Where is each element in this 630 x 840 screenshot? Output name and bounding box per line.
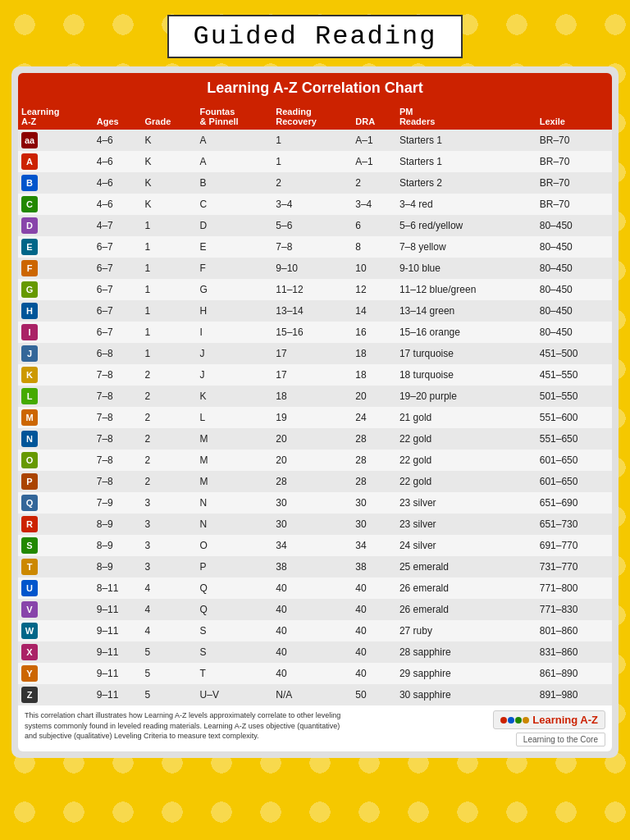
cell-rr: 11–12 [272,279,352,300]
cell-ages: 9–11 [94,684,142,705]
cell-fp: Q [197,599,273,620]
table-row: S8–93O343424 silver691–770 [18,535,612,556]
cell-grade: 1 [142,300,197,322]
cell-rr: 38 [272,556,352,578]
table-row: L7–82K182019–20 purple501–550 [18,386,612,407]
cell-rr: 1 [272,130,352,151]
cell-rr: 20 [272,450,352,471]
table-row: W9–114S404027 ruby801–860 [18,620,612,641]
cell-grade: 4 [142,578,197,599]
cell-level: I [18,322,94,343]
cell-lexile: 831–860 [536,641,612,663]
table-row: B4–6KB22Starters 2BR–70 [18,172,612,194]
cell-fp: P [197,556,273,578]
cell-lexile: BR–70 [536,194,612,215]
cell-ages: 7–8 [94,428,142,450]
table-row: R8–93N303023 silver651–730 [18,514,612,535]
cell-ages: 4–7 [94,215,142,236]
cell-pm: 9-10 blue [396,258,536,279]
cell-pm: 17 turquoise [396,343,536,364]
cell-lexile: BR–70 [536,130,612,151]
cell-rr: 30 [272,492,352,514]
cell-ages: 7–8 [94,407,142,428]
cell-level: R [18,514,94,535]
cell-grade: 2 [142,364,197,386]
cell-level: Z [18,684,94,705]
cell-dra: 38 [352,556,396,578]
cell-ages: 8–9 [94,556,142,578]
cell-dra: 40 [352,578,396,599]
col-header-ages: Ages [94,103,142,130]
cell-level: P [18,471,94,492]
cell-pm: 18 turquoise [396,364,536,386]
cell-grade: K [142,130,197,151]
cell-rr: 17 [272,364,352,386]
cell-pm: 28 sapphire [396,641,536,663]
cell-pm: 22 gold [396,428,536,450]
cell-level: O [18,450,94,471]
cell-dra: 12 [352,279,396,300]
cell-ages: 7–8 [94,471,142,492]
cell-lexile: 601–650 [536,450,612,471]
cell-ages: 9–11 [94,599,142,620]
cell-grade: 1 [142,258,197,279]
cell-lexile: 801–860 [536,620,612,641]
cell-rr: 3–4 [272,194,352,215]
title-box: Guided Reading [167,15,463,58]
cell-fp: S [197,620,273,641]
cell-ages: 4–6 [94,172,142,194]
cell-lexile: 861–890 [536,663,612,684]
cell-dra: 20 [352,386,396,407]
table-row: M7–82L192421 gold551–600 [18,407,612,428]
cell-dra: 28 [352,450,396,471]
cell-fp: G [197,279,273,300]
cell-grade: 3 [142,492,197,514]
watermark-text: Learning to the Core [523,735,598,744]
table-row: D4–71D5–665–6 red/yellow80–450 [18,215,612,236]
cell-grade: 1 [142,279,197,300]
cell-lexile: 691–770 [536,535,612,556]
cell-ages: 4–6 [94,194,142,215]
cell-lexile: 651–690 [536,492,612,514]
cell-fp: N [197,514,273,535]
table-row: K7–82J171818 turquoise451–550 [18,364,612,386]
cell-pm: 11–12 blue/green [396,279,536,300]
cell-fp: K [197,386,273,407]
cell-pm: Starters 2 [396,172,536,194]
cell-fp: J [197,343,273,364]
cell-ages: 8–9 [94,535,142,556]
cell-rr: 40 [272,578,352,599]
cell-dra: 14 [352,300,396,322]
cell-dra: 3–4 [352,194,396,215]
table-row: Q7–93N303023 silver651–690 [18,492,612,514]
cell-pm: 5–6 red/yellow [396,215,536,236]
cell-rr: 40 [272,663,352,684]
cell-level: C [18,194,94,215]
cell-pm: 23 silver [396,514,536,535]
cell-fp: T [197,663,273,684]
cell-level: X [18,641,94,663]
learning-az-logo: Learning A-Z [493,710,605,729]
cell-rr: 19 [272,407,352,428]
correlation-table: LearningA-Z Ages Grade Fountas& Pinnell … [18,103,612,705]
cell-ages: 4–6 [94,151,142,172]
cell-dra: 40 [352,663,396,684]
cell-grade: 5 [142,641,197,663]
col-header-dra: DRA [352,103,396,130]
table-row: F6–71F9–10109-10 blue80–450 [18,258,612,279]
cell-level: K [18,364,94,386]
cell-level: A [18,151,94,172]
cell-pm: 13–14 green [396,300,536,322]
cell-rr: 40 [272,599,352,620]
cell-grade: 5 [142,663,197,684]
cell-grade: 3 [142,556,197,578]
cell-pm: 26 emerald [396,578,536,599]
cell-pm: 24 silver [396,535,536,556]
cell-level: W [18,620,94,641]
cell-level: V [18,599,94,620]
cell-rr: 18 [272,386,352,407]
col-header-grade: Grade [142,103,197,130]
cell-lexile: 551–650 [536,428,612,450]
cell-ages: 6–7 [94,236,142,258]
cell-pm: 7–8 yellow [396,236,536,258]
